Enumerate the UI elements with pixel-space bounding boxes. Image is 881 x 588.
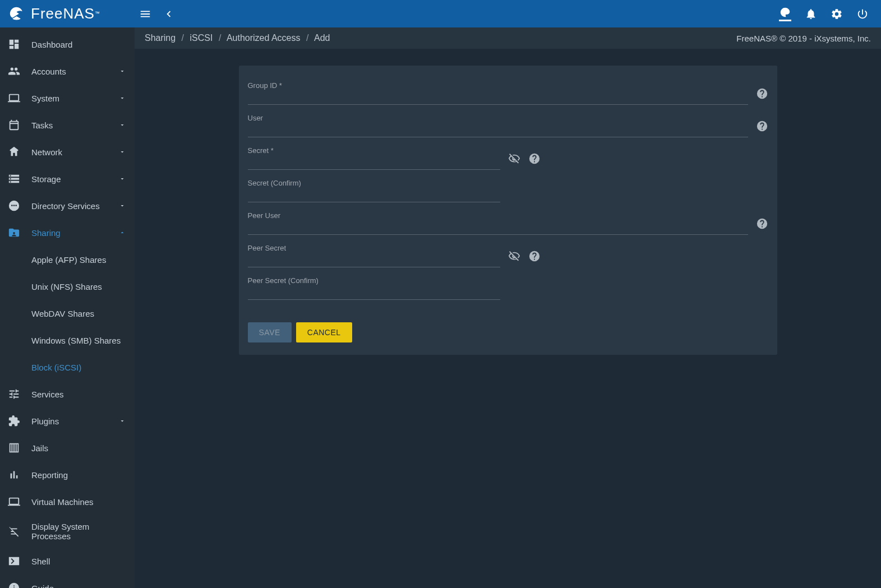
theme-button[interactable] [779,6,791,21]
caret-down-icon [119,418,126,424]
sidebar-sub-afp[interactable]: Apple (AFP) Shares [0,246,135,273]
sidebar-item-plugins[interactable]: Plugins [0,408,135,434]
info-icon [8,582,20,588]
sidebar-sub-webdav[interactable]: WebDAV Shares [0,300,135,327]
visibility-off-icon[interactable] [508,250,520,262]
sidebar-label: Display System Processes [31,522,126,541]
brand-text: FreeNAS™ [31,5,100,22]
shell-icon [8,555,20,567]
vm-icon [8,496,20,508]
crumb-authorized-access[interactable]: Authorized Access [227,33,301,43]
plugin-icon [8,415,20,427]
sidebar-item-storage[interactable]: Storage [0,165,135,192]
settings-button[interactable] [831,8,843,20]
cancel-button[interactable]: CANCEL [296,322,352,342]
sidebar-label: Network [31,147,119,157]
sidebar-item-guide[interactable]: Guide [0,575,135,588]
help-icon[interactable] [528,250,541,262]
sidebar-item-jails[interactable]: Jails [0,434,135,461]
secret-confirm-input[interactable] [248,180,500,202]
caret-down-icon [119,149,126,155]
content-area: Sharing / iSCSI / Authorized Access / Ad… [135,27,881,588]
sidebar-item-dsp[interactable]: Display System Processes [0,515,135,548]
sidebar-label: Guide [31,584,126,589]
sidebar-sub-iscsi[interactable]: Block (iSCSI) [0,354,135,381]
copyright-text: FreeNAS® © 2019 - iXsystems, Inc. [736,34,871,43]
sidebar-label: Storage [31,174,119,184]
sidebar-item-vms[interactable]: Virtual Machines [0,488,135,515]
bell-icon [805,8,817,20]
menu-icon [139,8,151,20]
caret-down-icon [119,202,126,209]
dashboard-icon [8,38,20,50]
sidebar-label: Dashboard [31,40,126,49]
help-icon[interactable] [756,87,768,100]
caret-down-icon [119,68,126,75]
folder-share-icon [8,226,20,239]
people-icon [8,65,20,77]
sidebar-item-directory-services[interactable]: Directory Services [0,192,135,219]
help-icon[interactable] [756,217,768,230]
sidebar-sub-smb[interactable]: Windows (SMB) Shares [0,327,135,354]
breadcrumb-bar: Sharing / iSCSI / Authorized Access / Ad… [135,27,881,49]
help-icon[interactable] [756,120,768,132]
laptop-icon [8,92,20,104]
hub-icon [8,146,20,158]
tune-icon [8,388,20,400]
calendar-icon [8,119,20,131]
group-id-input[interactable] [248,82,748,105]
sidebar-item-reporting[interactable]: Reporting [0,461,135,488]
sidebar-item-tasks[interactable]: Tasks [0,112,135,138]
sidebar-label: System [31,94,119,103]
chevron-left-icon [163,8,175,20]
save-button[interactable]: SAVE [248,322,292,342]
crumb-add[interactable]: Add [314,33,330,43]
freenas-logo-icon [7,4,26,24]
sidebar-item-accounts[interactable]: Accounts [0,58,135,85]
power-icon [856,8,869,20]
sidebar-label: Virtual Machines [31,497,126,507]
peer-secret-confirm-input[interactable] [248,277,500,300]
form-card: Group ID * User Secret * [239,66,777,355]
sidebar-item-sharing[interactable]: Sharing [0,219,135,246]
sidebar-item-services[interactable]: Services [0,381,135,408]
caret-up-icon [119,229,126,236]
sidebar-item-shell[interactable]: Shell [0,548,135,575]
crumb-sharing[interactable]: Sharing [145,33,176,43]
dsp-icon [8,525,20,538]
sidebar-label: Tasks [31,121,119,130]
user-input[interactable] [248,115,748,137]
crumb-sep: / [306,33,308,43]
sidebar-label: Services [31,390,126,399]
help-icon[interactable] [528,152,541,165]
sidebar-label: Plugins [31,416,119,426]
theme-icon [779,6,791,18]
logo-area: FreeNAS™ [7,4,135,24]
caret-down-icon [119,122,126,128]
peer-secret-input[interactable] [248,245,500,267]
power-button[interactable] [856,8,869,20]
secret-input[interactable] [248,147,500,170]
sidebar-label: Directory Services [31,201,119,211]
notifications-button[interactable] [805,8,817,20]
sidebar-label: Reporting [31,470,126,480]
collapse-sidebar-button[interactable] [163,8,175,20]
sidebar-label: Sharing [31,228,119,238]
topbar: FreeNAS™ [0,0,881,27]
crumb-sep: / [182,33,184,43]
caret-down-icon [119,175,126,182]
peer-user-input[interactable] [248,212,748,235]
caret-down-icon [119,95,126,101]
crumb-iscsi[interactable]: iSCSI [190,33,213,43]
jail-icon [8,442,20,454]
sidebar-label: Accounts [31,67,119,76]
sidebar: Dashboard Accounts System Tasks Network … [0,27,135,588]
sidebar-sub-nfs[interactable]: Unix (NFS) Shares [0,273,135,300]
storage-icon [8,173,20,185]
visibility-off-icon[interactable] [508,152,520,165]
sidebar-item-network[interactable]: Network [0,138,135,165]
menu-toggle-button[interactable] [139,8,151,20]
sidebar-item-dashboard[interactable]: Dashboard [0,31,135,58]
sidebar-item-system[interactable]: System [0,85,135,112]
sidebar-label: Shell [31,557,126,566]
